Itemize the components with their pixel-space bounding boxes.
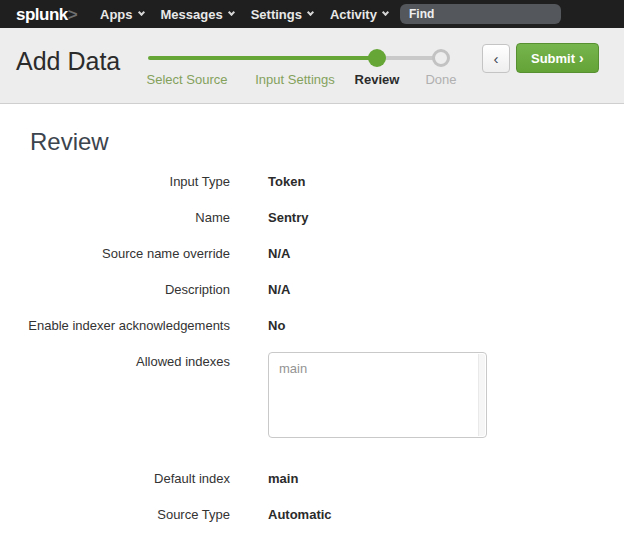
chevron-down-icon (137, 9, 144, 16)
splunk-logo-text: splunk (16, 5, 68, 24)
field-value: Automatic (268, 507, 332, 522)
field-row-source-type: Source Type Automatic (0, 507, 624, 522)
nav-item-settings[interactable]: Settings (251, 7, 313, 22)
splunk-add-data-screen: splunk> Apps Messages Settings Activity … (0, 0, 624, 558)
field-row-description: Description N/A (0, 282, 624, 297)
nav-item-activity-label: Activity (330, 7, 377, 22)
chevron-down-icon (228, 9, 235, 16)
field-row-name: Name Sentry (0, 210, 624, 225)
nav-item-apps[interactable]: Apps (100, 7, 144, 22)
field-label: Source name override (0, 246, 230, 261)
field-label: Default index (0, 471, 230, 486)
nav-item-settings-label: Settings (251, 7, 302, 22)
field-value: No (268, 318, 285, 333)
splunk-logo[interactable]: splunk> (16, 5, 77, 25)
review-form: Input Type Token Name Sentry Source name… (0, 174, 624, 522)
top-nav-menu: Apps Messages Settings Activity (100, 0, 388, 28)
scrollbar[interactable] (478, 354, 485, 436)
allowed-index-item: main (269, 353, 486, 384)
field-label: Source Type (0, 507, 230, 522)
field-label: Allowed indexes (0, 354, 230, 369)
back-button[interactable]: ‹ (482, 44, 510, 73)
field-value: N/A (268, 282, 290, 297)
nav-item-apps-label: Apps (100, 7, 133, 22)
field-row-allowed-indexes: Allowed indexes main (0, 354, 624, 438)
page-title: Add Data (16, 47, 120, 76)
search-input[interactable] (400, 4, 561, 24)
review-page: Review Input Type Token Name Sentry Sour… (0, 104, 624, 522)
field-row-input-type: Input Type Token (0, 174, 624, 189)
nav-item-activity[interactable]: Activity (330, 7, 388, 22)
chevron-down-icon (382, 9, 389, 16)
field-row-default-index: Default index main (0, 471, 624, 486)
field-value: Sentry (268, 210, 308, 225)
submit-button[interactable]: Submit › (516, 43, 599, 73)
submit-button-label: Submit (531, 51, 575, 66)
field-row-source-name-override: Source name override N/A (0, 246, 624, 261)
allowed-indexes-listbox[interactable]: main (268, 352, 487, 438)
chevron-right-icon: › (579, 50, 584, 66)
step-dot-done (432, 49, 450, 67)
progress-bar-complete (148, 56, 377, 60)
step-label-done: Done (425, 72, 456, 87)
splunk-logo-mark: > (68, 5, 77, 24)
field-label: Name (0, 210, 230, 225)
field-label: Description (0, 282, 230, 297)
step-label-select-source: Select Source (147, 72, 228, 87)
top-nav: splunk> Apps Messages Settings Activity (0, 0, 624, 28)
field-value: Token (268, 174, 305, 189)
field-row-indexer-acknowledgements: Enable indexer acknowledgements No (0, 318, 624, 333)
field-value: N/A (268, 246, 290, 261)
step-label-input-settings: Input Settings (255, 72, 335, 87)
step-label-review: Review (355, 72, 400, 87)
wizard-header: Add Data Select Source Input Settings Re… (0, 28, 624, 104)
step-dot-review (368, 49, 386, 67)
nav-item-messages-label: Messages (161, 7, 223, 22)
nav-item-messages[interactable]: Messages (161, 7, 234, 22)
field-value: main (268, 471, 298, 486)
chevron-down-icon (307, 9, 314, 16)
chevron-left-icon: ‹ (494, 50, 499, 67)
field-label: Enable indexer acknowledgements (0, 318, 230, 333)
review-heading: Review (30, 129, 624, 155)
field-label: Input Type (0, 174, 230, 189)
